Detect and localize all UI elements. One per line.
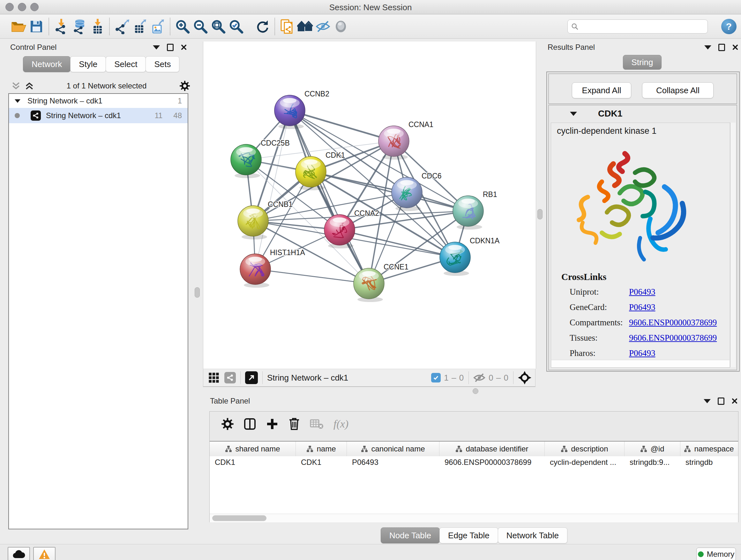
network-node-CCNB2[interactable]: CCNB2 [274,90,329,129]
column-header-canonical-name[interactable]: canonical name [347,442,440,456]
show-columns-icon[interactable] [244,418,256,430]
export-network-button[interactable] [113,17,131,36]
copy-network-button[interactable] [278,17,296,36]
panel-close-icon[interactable] [181,44,187,51]
import-network-button[interactable] [52,17,70,36]
column-type-icon [561,445,568,452]
panel-float-icon[interactable] [718,44,725,51]
collapse-all-button[interactable]: Collapse All [642,82,714,98]
hidden-eye-slash-icon[interactable] [473,373,485,382]
panel-menu-caret-icon[interactable] [153,45,160,50]
left-splitter-handle[interactable] [195,287,200,298]
column-header-name[interactable]: name [296,442,347,456]
column-label: name [317,444,336,453]
results-vscrollbar[interactable] [730,123,736,367]
table-row[interactable]: CDK1 CDK1 P06493 9606.ENSP00000378699 cy… [210,456,738,469]
collapse-all-chevrons-icon[interactable] [11,81,20,90]
fit-crosshair-icon[interactable] [518,371,531,384]
column-header-namespace[interactable]: namespace [680,442,738,456]
open-session-button[interactable] [10,17,27,36]
crosslink-tissues-link[interactable]: 9606.ENSP00000378699 [629,333,717,343]
zoom-fit-icon [211,19,226,34]
tab-node-table[interactable]: Node Table [381,527,440,543]
table-settings-gear-icon[interactable] [221,418,234,430]
help-button[interactable]: ? [721,19,737,34]
cell-canonical-name[interactable]: P06493 [347,458,440,467]
tab-select[interactable]: Select [106,56,146,72]
delete-column-trash-icon[interactable] [288,417,300,431]
horizontal-splitter-handle[interactable] [473,388,478,394]
network-canvas[interactable]: CCNB2CCNA1CDC25BCDK1CDC6RB1CCNB1CCNA2CDK… [203,42,536,369]
search-input[interactable] [579,22,704,31]
show-home-button[interactable] [296,17,314,36]
network-options-gear-icon[interactable] [179,80,190,91]
gene-collapse-caret-icon[interactable] [570,112,577,116]
selected-checkbox-icon[interactable] [431,373,441,382]
network-row-selected[interactable]: String Network – cdk1 11 48 [9,108,188,123]
zoom-fit-button[interactable] [209,17,227,36]
tab-network-table[interactable]: Network Table [498,527,567,543]
network-edge-CCNB2-HIST1H1A[interactable] [255,111,290,269]
panel-float-icon[interactable] [718,397,724,405]
network-node-CDC25B[interactable]: CDC25B [231,139,290,178]
network-share-icon[interactable] [224,372,236,383]
table-hscrollbar-thumb[interactable] [212,515,266,521]
birdseye-view-icon[interactable] [245,371,258,384]
tab-edge-table[interactable]: Edge Table [440,527,498,543]
panel-float-icon[interactable] [167,44,174,51]
network-edge-HIST1H1A-CCNE1[interactable] [255,269,369,284]
tab-style[interactable]: Style [70,56,106,72]
crosslink-genecard-link[interactable]: P06493 [629,302,656,312]
network-node-CDKN1A[interactable]: CDKN1A [440,237,500,276]
cell-description[interactable]: cyclin-dependent ... [545,458,624,467]
hide-glasses-button[interactable] [314,17,332,36]
expand-all-button[interactable]: Expand All [572,82,631,98]
crosslink-pharos-link[interactable]: P06493 [629,348,656,358]
collection-expand-caret-icon[interactable] [15,99,20,103]
warnings-button[interactable] [33,547,56,560]
grid-view-icon[interactable] [208,372,219,383]
cell-namespace[interactable]: stringdb [680,458,738,467]
column-header-description[interactable]: description [545,442,624,456]
export-image-button[interactable] [149,17,166,36]
import-network-from-database-button[interactable] [70,17,88,36]
zoom-in-button[interactable] [174,17,192,36]
apply-layout-button[interactable] [253,17,271,36]
show-eye-button[interactable] [332,17,350,36]
tab-sets[interactable]: Sets [145,56,179,72]
add-column-icon[interactable] [266,418,279,430]
network-node-HIST1H1A[interactable]: HIST1H1A [240,248,306,288]
results-hscrollbar[interactable] [551,360,730,367]
zoom-out-button[interactable] [192,17,209,36]
gene-section-header[interactable]: CDK1 [549,105,737,122]
crosslink-uniprot-link[interactable]: P06493 [629,287,656,297]
tab-network[interactable]: Network [23,56,71,72]
panel-menu-caret-icon[interactable] [704,399,711,403]
cell-name[interactable]: CDK1 [296,458,347,467]
cloud-button[interactable] [8,547,30,560]
network-node-CCNA1[interactable]: CCNA1 [379,120,433,160]
import-table-button[interactable] [88,17,106,36]
save-session-button[interactable] [27,17,45,36]
tab-string[interactable]: String [623,55,662,70]
zoom-selected-button[interactable] [227,17,245,36]
cell-shared-name[interactable]: CDK1 [210,458,296,467]
column-header-database-identifier[interactable]: database identifier [440,442,545,456]
memory-button[interactable]: Memory [696,548,736,560]
expand-all-chevrons-icon[interactable] [25,81,34,90]
cell-id[interactable]: stringdb:9... [624,458,680,467]
column-header-shared-name[interactable]: shared name [210,442,296,456]
crosslink-compartments-link[interactable]: 9606.ENSP00000378699 [629,318,717,327]
network-edge-CCNB2-CCNA1[interactable] [290,111,394,141]
network-collection-row[interactable]: String Network – cdk1 1 [9,94,188,108]
column-header-id[interactable]: @id [624,442,680,456]
network-edge-CDK1-RB1[interactable] [311,172,468,211]
panel-close-icon[interactable] [732,44,738,51]
panel-close-icon[interactable] [731,398,738,404]
network-node-RB1[interactable]: RB1 [453,190,497,230]
network-edge-CCNB2-CCNE1[interactable] [290,111,369,284]
cell-database-identifier[interactable]: 9606.ENSP00000378699 [440,458,545,467]
panel-menu-caret-icon[interactable] [704,45,711,50]
export-table-button[interactable] [131,17,149,36]
right-splitter-handle[interactable] [537,209,542,219]
